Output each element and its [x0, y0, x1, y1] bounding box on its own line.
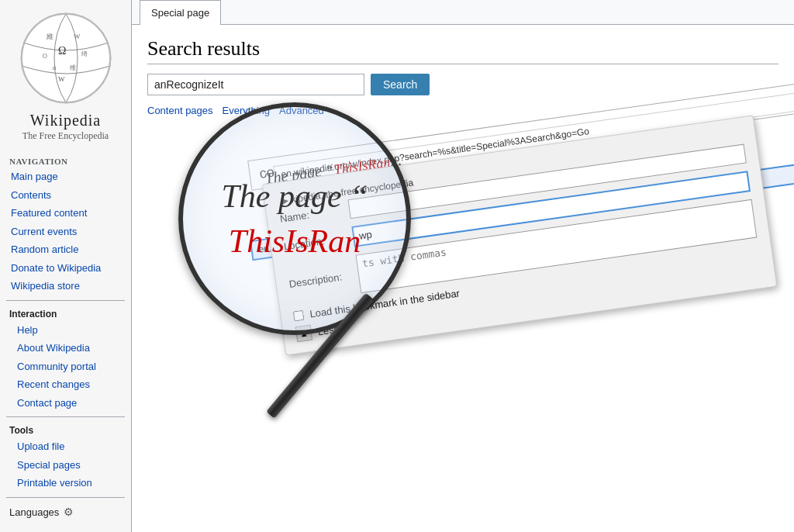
dialog-less-label: Less — [317, 323, 340, 337]
languages-row: Languages ⚙ — [0, 503, 131, 522]
dialog-description-row: Description: — [286, 199, 757, 303]
bookmark-dialog: ▶ kipedia, the free encyclopedia Name: L… — [262, 116, 778, 356]
svg-text:W: W — [74, 33, 81, 40]
dialog-checkbox-row: Load this bookmark in the sidebar — [293, 245, 760, 322]
sidebar-checkbox[interactable] — [293, 310, 305, 322]
sidebar: Ω 維 W 绮 О α 维 W Wikipedia The Free Encyc… — [0, 0, 132, 532]
dialog-location-label: Location: — [283, 231, 354, 252]
sidebar-item-upload-file[interactable]: Upload file — [0, 437, 131, 456]
search-link-everything[interactable]: Everything — [223, 105, 270, 116]
there-were-text: There were n... — [267, 113, 794, 212]
search-input-area: Search — [147, 74, 430, 95]
logo-area: Ω 維 W 绮 О α 维 W Wikipedia The Free Encyc… — [8, 0, 124, 146]
overlay-container: content pages en.wikipedia.org/w/index.p… — [132, 126, 794, 513]
sidebar-item-featured-content[interactable]: Featured content — [0, 204, 131, 223]
dialog-footer: ▲ Less — [295, 261, 763, 342]
sidebar-item-contact[interactable]: Contact page — [0, 394, 131, 413]
sidebar-item-current-events[interactable]: Current events — [0, 223, 131, 241]
content-area: Search results Search Content pages Ever… — [132, 25, 794, 532]
sidebar-item-about[interactable]: About Wikipedia — [0, 339, 131, 358]
sidebar-item-wikipedia-store[interactable]: Wikipedia store — [0, 277, 131, 295]
page-title: Search results — [147, 37, 778, 64]
tools-section-label: Tools — [0, 422, 131, 437]
navigation-section-label: Navigation — [0, 152, 131, 168]
url-bar-text: en.wikipedia.org/w/index.php?search=%s&t… — [281, 126, 590, 180]
svg-text:绮: 绮 — [81, 50, 88, 57]
result-suffix: ... — [388, 151, 402, 170]
content-pages-text: content pages — [258, 154, 347, 182]
magnifier-handle — [266, 293, 374, 419]
nav-divider-2 — [6, 416, 125, 417]
svg-text:W: W — [58, 75, 65, 83]
dialog-description-textarea[interactable] — [355, 199, 757, 293]
autocomplete-suggestion: ▶ kipedia, the free encyclopedia — [277, 129, 744, 209]
dialog-arrow-button[interactable]: ▲ — [295, 325, 313, 343]
svg-text:Ω: Ω — [58, 45, 66, 57]
sidebar-item-contents[interactable]: Contents — [0, 186, 131, 205]
svg-text:维: 维 — [70, 64, 76, 71]
search-sub-links: Content pages Everything Advanced — [147, 105, 778, 116]
dialog-name-input[interactable] — [347, 144, 746, 219]
search-form: Search — [147, 74, 778, 95]
wikipedia-subtitle: The Free Encyclopedia — [16, 130, 116, 142]
checkbox-label: Load this bookmark in the sidebar — [309, 288, 460, 320]
search-link-advanced[interactable]: Advanced — [279, 105, 324, 116]
wikipedia-logo: Ω 維 W 绮 О α 维 W — [16, 8, 116, 109]
search-input[interactable] — [147, 74, 364, 95]
interaction-section-label: Interaction — [0, 306, 131, 321]
mag-red-text: ThisIsRan — [229, 223, 361, 260]
magnifier-glass: The page “ ThisIsRan — [178, 102, 411, 335]
tab-special-page[interactable]: Special page — [140, 0, 221, 25]
result-prefix: The page “ — [264, 161, 335, 187]
autocomplete-arrow-icon: ▶ — [281, 195, 289, 206]
sidebar-item-random-article[interactable]: Random article — [0, 240, 131, 259]
languages-label: Languages — [9, 506, 59, 518]
dialog-name-row: Name: — [278, 144, 747, 229]
dialog-description-label: Description: — [288, 268, 359, 289]
gear-icon[interactable]: ⚙ — [64, 506, 74, 519]
svg-text:О: О — [43, 53, 47, 60]
url-suggestion-box: en.wikipedia.org/w/index.php?search=%s&t… — [250, 157, 794, 261]
wikipedia-title: Wikipedia — [16, 112, 116, 130]
svg-text:維: 維 — [46, 33, 54, 40]
url-bar-overlay: en.wikipedia.org/w/index.php?search=%s&t… — [273, 85, 794, 185]
nav-divider-3 — [6, 497, 125, 498]
dialog-name-label: Name: — [279, 203, 350, 224]
search-link-content-pages[interactable]: Content pages — [147, 105, 213, 116]
url-suggestion-text: en.wikipedia.org/w/index.php?search=%s&t… — [258, 201, 568, 255]
result-red-text: ThisIsRan — [333, 154, 391, 178]
sidebar-item-help[interactable]: Help — [0, 321, 131, 340]
tab-bar: Special page — [132, 0, 794, 25]
sidebar-item-community-portal[interactable]: Community portal — [0, 358, 131, 376]
sidebar-item-main-page[interactable]: Main page — [0, 168, 131, 186]
autocomplete-text: kipedia, the free encyclopedia — [291, 177, 414, 205]
sidebar-navigation: Navigation Main page Contents Featured c… — [0, 146, 131, 528]
search-button[interactable]: Search — [371, 74, 430, 95]
main-content: Special page Search results Search Conte… — [132, 0, 794, 532]
sidebar-item-recent-changes[interactable]: Recent changes — [0, 375, 131, 394]
nav-divider-1 — [6, 300, 125, 301]
mag-text-prefix: The page “ — [222, 178, 368, 214]
dialog-location-row: Location: — [282, 171, 751, 257]
sidebar-item-printable[interactable]: Printable version — [0, 474, 131, 492]
sidebar-item-donate[interactable]: Donate to Wikipedia — [0, 259, 131, 278]
magnifier-content: The page “ ThisIsRan — [222, 173, 368, 264]
dialog-location-input[interactable] — [351, 171, 751, 247]
sidebar-item-special-pages[interactable]: Special pages — [0, 456, 131, 475]
